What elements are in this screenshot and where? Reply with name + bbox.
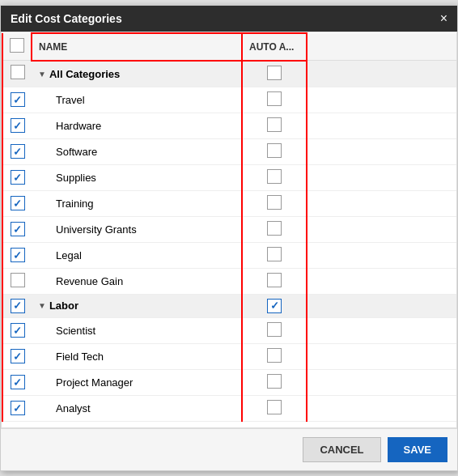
auto-check-cell [242,317,307,343]
row-check-cell [2,369,32,395]
row-name-cell: University Grants [32,216,242,242]
save-button[interactable]: SAVE [388,437,447,462]
auto-checkbox[interactable] [267,221,282,236]
row-checkbox[interactable] [11,222,25,236]
header-name-col: NAME [32,33,242,61]
auto-check-cell [242,268,307,294]
cancel-button[interactable]: CANCEL [303,437,380,462]
row-check-cell [2,113,32,138]
auto-checkbox[interactable] [267,299,282,313]
row-check-cell [2,343,32,369]
spacer-cell [307,138,456,164]
auto-checkbox[interactable] [267,273,282,287]
auto-check-cell [242,216,307,242]
table-row: ▼ Labor [2,294,456,317]
auto-checkbox[interactable] [267,91,282,106]
spacer-cell [307,216,456,242]
auto-check-cell [242,369,307,395]
row-name-cell: Software [32,138,242,164]
spacer-cell [307,87,456,113]
table-row: Hardware [2,113,456,138]
auto-check-cell [242,164,307,190]
row-checkbox[interactable] [11,196,25,210]
auto-check-cell [242,138,307,164]
dialog-title: Edit Cost Categories [11,12,122,25]
row-name-cell: Travel [32,87,242,113]
table-row: Analyst [2,395,456,421]
auto-checkbox[interactable] [267,195,282,210]
close-button[interactable]: × [440,12,447,25]
spacer-cell [307,317,456,343]
table-row: Legal [2,242,456,268]
header-spacer [307,33,456,61]
auto-checkbox[interactable] [267,169,282,184]
row-name-cell: Field Tech [32,343,242,369]
spacer-cell [307,190,456,216]
spacer-cell [307,343,456,369]
spacer-cell [307,242,456,268]
row-check-cell [2,190,32,216]
spacer-cell [307,369,456,395]
row-check-cell [2,87,32,113]
row-name-cell: Legal [32,242,242,268]
row-checkbox[interactable] [11,118,25,133]
row-check-cell [2,61,32,87]
dialog-header: Edit Cost Categories × [1,6,457,32]
auto-checkbox[interactable] [267,247,282,261]
row-name-cell: Hardware [32,113,242,138]
group-label: ▼ All Categories [38,68,235,80]
dialog-footer: CANCEL SAVE [1,428,457,470]
select-all-checkbox[interactable] [10,38,24,53]
auto-check-cell [242,242,307,268]
table-row: Travel [2,87,456,113]
row-check-cell [2,138,32,164]
table-row: Scientist [2,317,456,343]
expand-arrow[interactable]: ▼ [38,301,46,310]
row-check-cell [2,317,32,343]
auto-check-cell [242,190,307,216]
table-container: NAME AUTO A... ▼ All CategoriesTravelHar… [1,32,457,428]
row-checkbox[interactable] [11,144,25,159]
spacer-cell [307,113,456,138]
row-checkbox[interactable] [11,375,25,389]
table-row: University Grants [2,216,456,242]
cost-categories-table: NAME AUTO A... ▼ All CategoriesTravelHar… [2,32,456,422]
auto-check-cell [242,343,307,369]
table-row: Software [2,138,456,164]
row-checkbox[interactable] [11,273,25,287]
spacer-cell [307,268,456,294]
row-checkbox[interactable] [11,65,25,79]
row-name-cell: Revenue Gain [32,268,242,294]
expand-arrow[interactable]: ▼ [38,70,46,79]
auto-checkbox[interactable] [267,66,282,80]
row-checkbox[interactable] [11,248,25,262]
row-name-cell: Training [32,190,242,216]
row-check-cell [2,164,32,190]
auto-checkbox[interactable] [267,374,282,389]
auto-checkbox[interactable] [267,143,282,158]
row-name-cell: Analyst [32,395,242,421]
row-checkbox[interactable] [11,299,25,313]
spacer-cell [307,61,456,87]
auto-checkbox[interactable] [267,322,282,337]
auto-checkbox[interactable] [267,117,282,132]
table-row: Training [2,190,456,216]
group-label: ▼ Labor [38,300,235,312]
table-row: ▼ All Categories [2,61,456,87]
row-checkbox[interactable] [11,349,25,363]
row-checkbox[interactable] [11,323,25,338]
header-check-col [2,33,32,61]
row-check-cell [2,216,32,242]
table-row: Supplies [2,164,456,190]
row-check-cell [2,268,32,294]
spacer-cell [307,294,456,317]
row-check-cell [2,242,32,268]
auto-checkbox[interactable] [267,348,282,363]
row-checkbox[interactable] [11,401,25,415]
auto-checkbox[interactable] [267,400,282,414]
edit-cost-categories-dialog: Edit Cost Categories × NAME AUTO A... ▼ … [0,5,458,471]
row-checkbox[interactable] [11,92,25,107]
spacer-cell [307,164,456,190]
row-checkbox[interactable] [11,170,25,185]
table-row: Project Manager [2,369,456,395]
